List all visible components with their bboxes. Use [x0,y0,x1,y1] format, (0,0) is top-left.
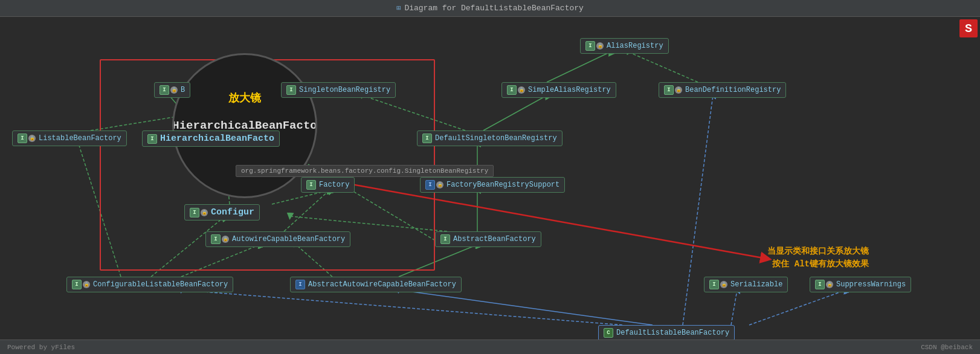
node-FactoryBeanRegistrySupport[interactable]: 🔒 FactoryBeanRegistrySupport [420,177,565,193]
node-DefaultSingletonBeanRegistry[interactable]: DefaultSingletonBeanRegistry [417,130,563,146]
powered-by: Powered by yFiles [7,344,75,351]
interface-icon [585,41,595,51]
svg-line-14 [399,245,477,277]
node-SingletonBeanRegistry[interactable]: SingletonBeanRegistry [281,82,396,98]
node-AbstractAutowireCapableBeanFactory[interactable]: AbstractAutowireCapableBeanFactory [290,277,462,292]
node-label: DefaultSingletonBeanRegistry [435,134,557,143]
svg-line-5 [483,95,547,130]
node-label: HierarchicalBeanFacto [160,134,274,144]
node-BeanDefinitionRegistry[interactable]: 🔒 BeanDefinitionRegistry [659,82,786,98]
node-DefaultListableBeanFactory[interactable]: DefaultListableBeanFactory [598,325,735,340]
svg-line-20 [399,290,653,325]
interface-icon [211,234,221,244]
node-SimpleAliasRegistry[interactable]: 🔒 SimpleAliasRegistry [501,82,616,98]
lock-icon: 🔒 [720,281,727,288]
lock-icon: 🔒 [28,135,36,142]
node-ConfigurableBeanFactory[interactable]: 🔒 Configur [184,204,260,220]
class-icon [604,328,613,338]
svg-line-23 [731,290,737,325]
node-label: SuppressWarnings [836,280,906,289]
interface-icon [286,85,296,95]
abstract-icon [295,280,305,289]
node-label: FactoryBeanRegistrySupport [446,181,559,189]
node-ConfigurableListableBeanFactory[interactable]: 🔒 ConfigurableListableBeanFactory [66,277,233,292]
lock-icon: 🔒 [518,86,525,94]
node-label: ConfigurableListableBeanFactory [93,280,228,289]
node-label: Configur [211,207,254,217]
node-AutowireCapableBeanFactory[interactable]: 🔒 AutowireCapableBeanFactory [205,231,350,247]
node-label: DefaultListableBeanFactory [616,329,729,337]
svg-line-6 [363,95,465,130]
node-label: SimpleAliasRegistry [528,86,611,94]
interface-icon [422,134,432,143]
interface-icon [507,85,517,95]
magnifier-label: 放大镜 [228,91,261,105]
node-label: Serializable [730,280,782,289]
canvas: 放大镜 HierarchicalBeanFacto org.springfram… [0,17,980,340]
svg-line-19 [79,144,121,277]
svg-line-24 [749,290,846,325]
diagram-title: ⊞ Diagram for DefaultListableBeanFactory [396,4,584,13]
interface-icon [18,134,27,143]
lock-icon: 🔒 [826,281,833,288]
svg-line-4 [628,52,698,82]
interface-icon [664,85,674,95]
node-label: AbstractBeanFactory [453,235,536,243]
svg-line-16 [284,190,329,231]
interface-icon [440,234,450,244]
interface-icon [306,180,316,190]
lock-icon: 🔒 [170,86,178,94]
node-Factory[interactable]: Factory [301,177,355,193]
interface-icon [815,280,825,289]
lock-icon: 🔒 [675,86,682,94]
lock-icon: 🔒 [436,181,443,188]
interface-icon [147,134,157,144]
bottom-bar: Powered by yFiles CSDN @beiback [0,340,980,354]
node-label: ListableBeanFactory [39,134,121,143]
svg-line-3 [547,52,610,82]
interface-icon [709,280,719,289]
lock-icon: 🔒 [83,281,90,288]
node-label: SingletonBeanRegistry [299,86,390,94]
node-label: Factory [319,181,349,189]
svg-line-18 [181,245,260,277]
node-B[interactable]: 🔒 B [154,82,190,98]
annotation-text: 当显示类和接口关系放大镜按住 Alt键有放大镜效果 [767,245,869,271]
node-label: AutowireCapableBeanFactory [232,235,345,243]
lock-icon: 🔒 [596,42,604,50]
svg-line-17 [151,217,224,277]
node-label: B [181,86,185,94]
diagram-icon: ⊞ [396,4,401,13]
lock-icon: 🔒 [222,236,229,243]
svg-line-15 [296,245,332,277]
interface-icon [72,280,82,289]
lock-icon: 🔒 [201,209,208,216]
abstract-icon [425,180,435,190]
node-AliasRegistry[interactable]: 🔒 AliasRegistry [580,38,669,54]
node-label: BeanDefinitionRegistry [685,86,781,94]
svg-line-21 [181,290,622,325]
interface-icon [190,208,199,217]
node-HierarchicalBeanFactory[interactable]: HierarchicalBeanFacto [142,130,280,147]
svg-line-11 [290,216,447,231]
node-label: AliasRegistry [607,42,663,50]
author-credit: CSDN @beiback [921,344,973,351]
node-label: AbstractAutowireCapableBeanFactory [308,280,456,289]
interface-icon [160,85,169,95]
node-AbstractBeanFactory[interactable]: AbstractBeanFactory [435,231,541,247]
s-logo: S [959,19,978,37]
node-ListableBeanFactory[interactable]: 🔒 ListableBeanFactory [12,130,127,146]
node-Serializable[interactable]: 🔒 Serializable [704,277,788,292]
node-SuppressWarnings[interactable]: 🔒 SuppressWarnings [810,277,911,292]
package-tooltip: org.springframework.beans.factory.config… [236,165,494,177]
top-bar: ⊞ Diagram for DefaultListableBeanFactory [0,0,980,17]
